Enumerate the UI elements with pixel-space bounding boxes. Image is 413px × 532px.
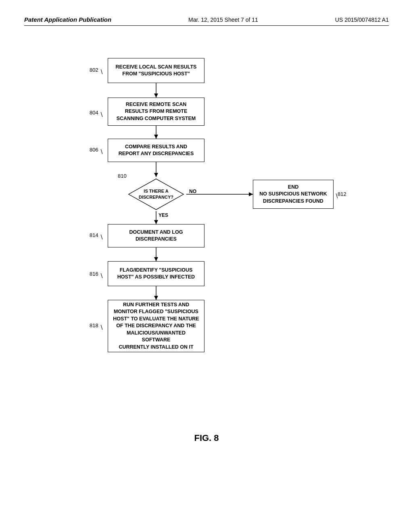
label-802: 802 [90, 67, 98, 73]
label-812: 812 [338, 191, 346, 197]
node-818: RUN FURTHER TESTS AND MONITOR FLAGGED "S… [108, 300, 204, 352]
svg-marker-13 [154, 296, 158, 300]
svg-marker-5 [154, 173, 158, 177]
node-810-diamond: IS THERE A DISCREPANCY? [126, 177, 186, 212]
page-header: Patent Application Publication Mar. 12, … [24, 16, 389, 26]
node-816: FLAG/IDENTIFY "SUSPICIOUS HOST" AS POSSI… [108, 261, 204, 286]
node-804: RECEIVE REMOTE SCAN RESULTS FROM REMOTE … [108, 98, 204, 126]
header-right: US 2015/0074812 A1 [335, 17, 389, 23]
label-804: 804 [90, 110, 98, 116]
label-810: 810 [118, 173, 127, 179]
svg-marker-3 [154, 135, 158, 139]
figure-label: FIG. 8 [24, 433, 389, 443]
page: Patent Application Publication Mar. 12, … [0, 0, 413, 532]
node-806: COMPARE RESULTS AND REPORT ANY DISCREPAN… [108, 139, 204, 162]
svg-marker-7 [249, 192, 253, 196]
no-label: NO [189, 189, 196, 194]
svg-marker-1 [154, 94, 158, 98]
label-816: 816 [90, 271, 98, 277]
svg-marker-9 [154, 220, 158, 224]
diagram-inner: RECEIVE LOCAL SCAN RESULTS FROM "SUSPICI… [55, 50, 358, 421]
node-814: DOCUMENT AND LOG DISCREPANCIES [108, 224, 204, 247]
svg-marker-11 [154, 257, 158, 261]
header-center: Mar. 12, 2015 Sheet 7 of 11 [188, 17, 258, 23]
label-818: 818 [90, 322, 98, 328]
yes-label: YES [159, 212, 168, 218]
header-left: Patent Application Publication [24, 16, 111, 23]
label-814: 814 [90, 232, 98, 238]
node-802: RECEIVE LOCAL SCAN RESULTS FROM "SUSPICI… [108, 58, 204, 83]
label-806: 806 [90, 147, 98, 153]
node-812: END NO SUSPICIOUS NETWORK DISCREPANCIES … [253, 180, 334, 209]
flowchart-diagram: RECEIVE LOCAL SCAN RESULTS FROM "SUSPICI… [24, 50, 389, 421]
